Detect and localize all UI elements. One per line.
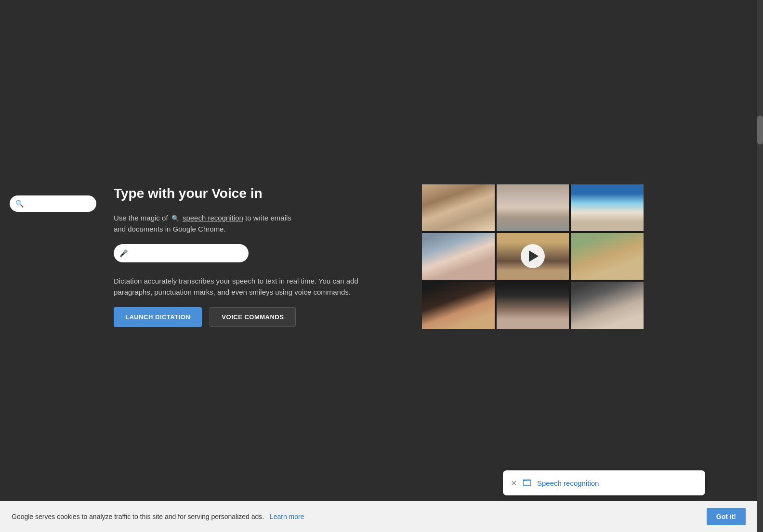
grid-cell-4 xyxy=(422,233,495,280)
grid-cell-8 xyxy=(497,282,569,328)
grid-cell-3 xyxy=(571,184,644,231)
dictation-input[interactable] xyxy=(114,244,249,262)
speech-recognition-popup: ✕ 🗔 Speech recognition xyxy=(503,470,705,495)
grid-cell-2 xyxy=(497,184,569,231)
left-section: Type with your Voice in Use the magic of… xyxy=(114,186,383,327)
grid-cell-1 xyxy=(422,184,495,231)
scrollbar-thumb[interactable] xyxy=(757,116,763,144)
grid-cell-play[interactable] xyxy=(497,233,569,280)
popup-close-button[interactable]: ✕ xyxy=(511,479,517,488)
main-content: Type with your Voice in Use the magic of… xyxy=(0,0,757,532)
page-title: Type with your Voice in xyxy=(114,186,383,201)
play-button[interactable] xyxy=(521,244,545,268)
scrollbar[interactable] xyxy=(757,0,763,532)
got-it-button[interactable]: Got it! xyxy=(707,508,746,525)
cookie-message: Google serves cookies to analyze traffic… xyxy=(12,513,264,520)
video-grid xyxy=(422,184,644,329)
play-triangle-icon xyxy=(529,250,539,262)
popup-speech-text: Speech recognition xyxy=(537,479,599,487)
description-para2: Dictation accurately transcribes your sp… xyxy=(114,276,383,298)
mic-icon: 🎤 xyxy=(119,249,128,257)
cookie-banner: Google serves cookies to analyze traffic… xyxy=(0,501,757,532)
learn-more-link[interactable]: Learn more xyxy=(270,513,304,520)
grid-cell-6 xyxy=(571,233,644,280)
input-wrapper: 🎤 xyxy=(114,244,383,262)
search-icon-inline: 🔍 xyxy=(171,215,179,222)
grid-cell-9 xyxy=(571,282,644,328)
launch-dictation-button[interactable]: LAUNCH DICTATION xyxy=(114,307,202,327)
grid-cell-7 xyxy=(422,282,495,328)
buttons-row: LAUNCH DICTATION VOICE COMMANDS xyxy=(114,307,383,327)
description-para1: Use the magic of 🔍 speech recognition to… xyxy=(114,213,383,234)
popup-mic-icon: 🗔 xyxy=(523,478,531,488)
content-wrapper: Type with your Voice in Use the magic of… xyxy=(114,184,644,329)
voice-commands-button[interactable]: VOICE COMMANDS xyxy=(210,307,296,327)
description-text-before: Use the magic of xyxy=(114,214,168,222)
cookie-text: Google serves cookies to analyze traffic… xyxy=(12,513,304,520)
speech-recognition-link[interactable]: speech recognition xyxy=(183,214,243,222)
